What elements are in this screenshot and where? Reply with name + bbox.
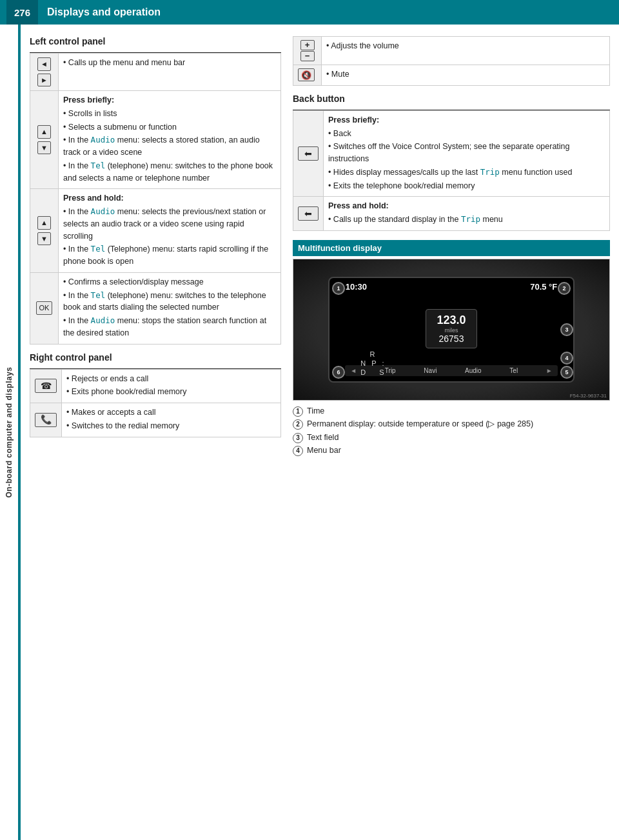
table-row: ⬅ Press briefly: Back Switches off the V… [293,110,610,197]
table-row: ◄ ► Calls up the menu and menu bar [30,54,281,91]
back-brief-desc: Press briefly: Back Switches off the Voi… [324,110,610,197]
phone-end-desc: Rejects or ends a call Exits phone book/… [62,369,281,403]
volume-icons-cell: + − [293,37,322,65]
header-title: Displays and operation [47,6,161,18]
phone-end-icon: ☎ [35,379,57,393]
legend-text-2: Permanent display: outside temperature o… [307,419,533,430]
right-section-title: Right control panel [30,352,281,365]
legend-num-4: 4 [293,446,303,456]
legend-text-4: Menu bar [307,445,341,457]
right-arrow-icon: ► [37,74,51,87]
dash-menu-navi: Navi [424,367,437,374]
phone-start-icon: 📞 [35,413,57,427]
page-number: 276 [6,0,38,25]
up-arrow-icon: ▲ [37,125,51,139]
dash-menu-tel: Tel [509,367,518,374]
down-arrow-hold-icon: ▼ [37,232,51,246]
image-watermark: F54-32-9637-31 [570,393,607,399]
table-row: 🔇 Mute [293,65,610,86]
back-hold-icon-cell: ⬅ [293,197,324,231]
legend-item-1: 1 Time [293,406,610,417]
miles-num: 26753 [437,334,466,344]
left-section-title: Left control panel [30,36,281,48]
back-button-title: Back button [293,94,610,106]
press-briefly-label: Press briefly: [63,94,276,106]
multifunction-title: Multifunction display [293,240,610,256]
mute-icon: 🔇 [298,68,315,81]
dash-circle-5: 5 [560,366,573,379]
table-row: ▲ ▼ Press briefly: Scrolls in lists Sele… [30,91,281,189]
left-control-table: ◄ ► Calls up the menu and menu bar [30,53,281,345]
left-column: Left control panel ◄ ► [30,36,281,834]
legend-num-1: 1 [293,406,303,417]
dash-circle-3: 3 [560,323,573,336]
sidebar: On-board computer and displays [0,25,21,840]
table-row: ▲ ▼ Press and hold: In the Audio menu: s… [30,189,281,273]
back-hold-desc: Press and hold: Calls up the standard di… [324,197,610,231]
back-brief-icon-cell: ⬅ [293,110,324,197]
phone-start-desc: Makes or accepts a call Switches to the … [62,403,281,437]
down-arrow-icon: ▼ [37,141,51,155]
dash-gear-display: RN P :D S [360,350,386,377]
ud-brief-desc: Press briefly: Scrolls in lists Selects … [59,91,281,189]
dash-top-bar: ─ 10:30 70.5 °F ─ [333,281,569,293]
legend-item-4: 4 Menu bar [293,445,610,457]
dash-screen: ─ 10:30 70.5 °F ─ 1 2 3 4 5 6 123.0 mile [328,277,575,383]
header-bar: 276 Displays and operation [0,0,619,25]
dash-circle-2: 2 [558,282,571,295]
legend-item-2: 2 Permanent display: outside temperature… [293,419,610,430]
dashboard-display: ─ 10:30 70.5 °F ─ 1 2 3 4 5 6 123.0 mile [293,259,610,401]
dash-miles-display: 123.0 miles 26753 [426,309,477,348]
dash-background: ─ 10:30 70.5 °F ─ 1 2 3 4 5 6 123.0 mile [293,259,609,400]
legend-text-1: Time [307,406,324,417]
dash-circle-4: 4 [560,352,573,365]
back-press-hold-label: Press and hold: [328,200,605,212]
volume-table: + − Adjusts the volume 🔇 [293,36,610,86]
lr-arrow-icons: ◄ ► [30,54,59,91]
table-row: + − Adjusts the volume [293,37,610,65]
legend-num-2: 2 [293,419,303,430]
volume-minus-icon: − [300,51,315,61]
dash-center: 123.0 miles 26753 [426,293,477,365]
mute-desc: Mute [322,65,610,86]
back-button-table: ⬅ Press briefly: Back Switches off the V… [293,110,610,231]
right-control-table: ☎ Rejects or ends a call Exits phone boo… [30,369,281,437]
dash-menu-right-arrow: ► [546,367,553,374]
table-row: 📞 Makes or accepts a call Switches to th… [30,403,281,437]
table-row: OK Confirms a selection/display message … [30,272,281,344]
dash-menu-left-arrow: ◄ [350,367,357,374]
ok-desc: Confirms a selection/display message In … [59,272,281,344]
dash-circle-6: 6 [332,366,345,379]
ud-arrow-icons-brief: ▲ ▼ [30,91,59,189]
mute-icon-cell: 🔇 [293,65,322,86]
volume-plus-icon: + [300,40,315,50]
miles-big: 123.0 [437,314,466,327]
up-arrow-hold-icon: ▲ [37,216,51,230]
dash-menu-trip: Trip [385,367,396,374]
legend-num-3: 3 [293,433,303,443]
ok-icon: OK [30,272,59,344]
dash-menu-audio: Audio [465,367,482,374]
phone-end-cell: ☎ [30,369,62,403]
right-column: + − Adjusts the volume 🔇 [293,36,610,834]
left-arrow-icon: ◄ [37,57,51,71]
back-press-briefly-label: Press briefly: [328,114,605,126]
legend-item-3: 3 Text field [293,432,610,444]
legend-text-3: Text field [307,432,339,444]
table-row: ☎ Rejects or ends a call Exits phone boo… [30,369,281,403]
ud-hold-desc: Press and hold: In the Audio menu: selec… [59,189,281,273]
back-hold-icon: ⬅ [298,206,319,221]
legend: 1 Time 2 Permanent display: outside temp… [293,406,610,457]
ok-button-icon: OK [36,301,53,315]
dash-circle-1: 1 [332,282,345,295]
sidebar-label: On-board computer and displays [5,366,14,497]
miles-label: miles [437,327,466,334]
table-row: ⬅ Press and hold: Calls up the standard … [293,197,610,231]
phone-start-cell: 📞 [30,403,62,437]
ud-arrow-icons-hold: ▲ ▼ [30,189,59,273]
volume-desc: Adjusts the volume [322,37,610,65]
lr-arrow-desc: Calls up the menu and menu bar [59,54,281,91]
back-brief-icon: ⬅ [298,146,319,161]
press-hold-label: Press and hold: [63,192,276,205]
